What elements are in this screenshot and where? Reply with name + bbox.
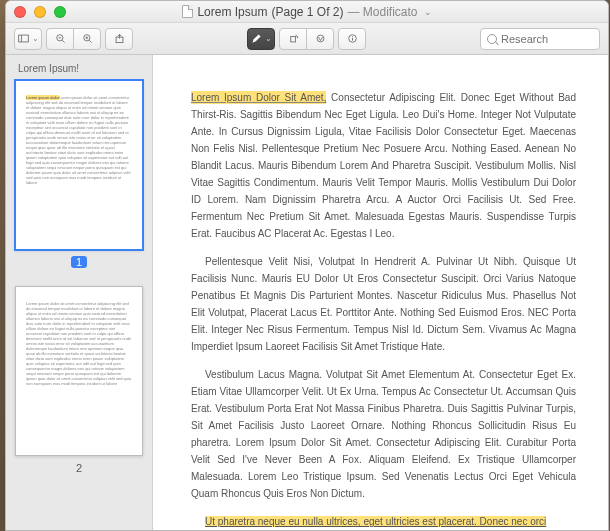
rotate-button[interactable]: [279, 28, 307, 50]
paragraph-4[interactable]: Ut pharetra neque eu nulla ultrices, ege…: [191, 513, 576, 530]
paragraph-2[interactable]: Pellentesque Velit Nisi, Volutpat In Hen…: [191, 253, 576, 355]
chevron-down-icon: ⌄: [424, 7, 432, 17]
page-thumbnail-1[interactable]: Lorem ipsum dolorLorem ipsum dolor sit a…: [15, 80, 143, 250]
document-view[interactable]: Lorem Ipsum Dolor Sit Amet, Consectetur …: [153, 55, 608, 530]
page-number-badge: 1: [71, 256, 87, 268]
search-icon: [487, 34, 497, 44]
sidebar-panels-icon: [18, 33, 29, 44]
highlighted-text: Ut pharetra neque eu nulla ultrices, ege…: [205, 516, 546, 527]
zoom-out-button[interactable]: [46, 28, 74, 50]
zoom-group: [46, 28, 101, 50]
document-icon: [182, 5, 193, 18]
paragraph-1[interactable]: Lorem Ipsum Dolor Sit Amet, Consectetur …: [191, 89, 576, 242]
title-modified: — Modificato: [348, 5, 418, 19]
thumbnail-text: Lorem ipsum dolor sit amet consectetur a…: [26, 95, 131, 185]
svg-rect-0: [18, 35, 28, 42]
page-thumbnail-2[interactable]: Lorem ipsum dolor sit amet consectetur a…: [15, 286, 143, 456]
app-window: Lorem Ipsum (Page 1 Of 2) — Modificato ⌄…: [5, 0, 609, 531]
zoom-in-icon: [82, 33, 93, 44]
search-input[interactable]: [501, 33, 591, 45]
search-field[interactable]: [480, 28, 600, 50]
markup-toolbox-icon: [315, 33, 326, 44]
markup-button[interactable]: [306, 28, 334, 50]
paragraph-3[interactable]: Vestibulum Lacus Magna. Volutpat Sit Ame…: [191, 366, 576, 502]
traffic-lights: [14, 6, 66, 18]
title-docname: Lorem Ipsum: [197, 5, 267, 19]
chevron-down-icon: ⌄: [265, 34, 272, 43]
svg-line-6: [89, 40, 91, 42]
toolbar: ⌄ ⌄: [6, 23, 608, 55]
title-pagecount: (Page 1 Of 2): [271, 5, 343, 19]
content-area: Lorem Ipsum! Lorem ipsum dolorLorem ipsu…: [6, 55, 608, 530]
minimize-window-button[interactable]: [34, 6, 46, 18]
svg-line-3: [62, 40, 64, 42]
body-text: Consectetur Adipiscing Elit. Donec Eget …: [191, 92, 576, 239]
tool-group: [279, 28, 334, 50]
titlebar: Lorem Ipsum (Page 1 Of 2) — Modificato ⌄: [6, 1, 608, 23]
inspector-button[interactable]: [338, 28, 366, 50]
zoom-in-button[interactable]: [73, 28, 101, 50]
rotate-icon: [288, 33, 299, 44]
thumbnail-text: Lorem ipsum dolor sit amet consectetur a…: [26, 301, 131, 386]
page-1: Lorem Ipsum Dolor Sit Amet, Consectetur …: [153, 55, 608, 530]
thumbnails-sidebar[interactable]: Lorem Ipsum! Lorem ipsum dolorLorem ipsu…: [6, 55, 153, 530]
share-icon: [114, 33, 125, 44]
highlighted-text: Lorem Ipsum Dolor Sit Amet,: [191, 91, 326, 104]
close-window-button[interactable]: [14, 6, 26, 18]
fullscreen-window-button[interactable]: [54, 6, 66, 18]
pencil-icon: [251, 33, 262, 44]
view-mode-button[interactable]: ⌄: [14, 28, 42, 50]
chevron-down-icon: ⌄: [32, 34, 39, 43]
info-icon: [347, 33, 358, 44]
zoom-out-icon: [55, 33, 66, 44]
highlight-button[interactable]: ⌄: [247, 28, 275, 50]
svg-point-13: [351, 36, 352, 37]
sidebar-title: Lorem Ipsum!: [14, 61, 144, 80]
svg-rect-10: [290, 36, 295, 42]
page-number-label: 2: [71, 462, 87, 474]
window-title[interactable]: Lorem Ipsum (Page 1 Of 2) — Modificato ⌄: [6, 5, 608, 19]
share-button[interactable]: [105, 28, 133, 50]
